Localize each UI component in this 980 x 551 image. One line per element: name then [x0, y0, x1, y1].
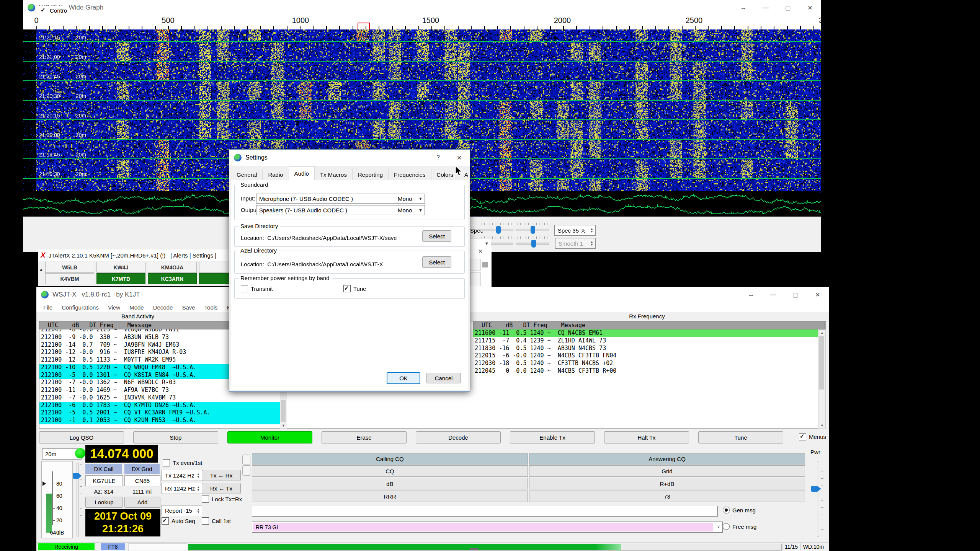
rx-frequency-scrollbar[interactable]: ▲ ▼: [818, 329, 826, 429]
spec-percent-spinner[interactable]: Spec 35 %▲▼: [554, 225, 596, 236]
close-icon[interactable]: ✕: [469, 248, 492, 255]
decode-button[interactable]: Decode: [416, 431, 501, 443]
menu-mode[interactable]: Mode: [125, 304, 149, 311]
msg-db-button[interactable]: dB: [252, 478, 528, 489]
decode-row[interactable]: 212100 -1 0.1 2053 ~ CQ K2UM FN53 ~U.S.A…: [39, 417, 280, 424]
msg-rrr-button[interactable]: RRR: [252, 491, 528, 502]
msg-rplusdb-button[interactable]: R+dB: [529, 478, 805, 489]
controls-checkbox-box[interactable]: [40, 7, 47, 14]
transmit-checkbox[interactable]: Transmit: [241, 285, 273, 292]
free-msg-combo[interactable]: RR 73 GL ∨: [252, 522, 723, 533]
tab-tx-macros[interactable]: Tx Macros: [314, 169, 353, 180]
free-msg-radio[interactable]: Free msg: [723, 523, 756, 530]
jtalert-callsign-w5lb[interactable]: W5LB: [45, 262, 94, 273]
menus-checkbox[interactable]: Menus: [799, 433, 826, 440]
menu-file[interactable]: File: [39, 304, 57, 311]
popup-button[interactable]: [470, 272, 481, 286]
help-icon[interactable]: ?: [428, 150, 449, 166]
close-icon[interactable]: ✕: [449, 150, 470, 166]
scroll-up-icon[interactable]: ▲: [819, 330, 825, 336]
frequency-display[interactable]: 14.074 000: [85, 445, 158, 463]
dx-call-field[interactable]: KG7ULE: [85, 475, 123, 486]
tab-frequencies[interactable]: Frequencies: [388, 169, 431, 180]
tab-reporting[interactable]: Reporting: [352, 169, 389, 180]
jtalert-callsign-km4oja[interactable]: KM4OJA: [148, 262, 197, 273]
scroll-down-icon[interactable]: ▼: [819, 422, 825, 428]
wide-graph-titlebar[interactable]: WSJT-X - Wide Graph ↔ — ▢ ✕: [23, 0, 821, 15]
input-channel-dropdown[interactable]: Mono▼: [395, 194, 425, 204]
menu-decode[interactable]: Decode: [149, 304, 178, 311]
bins-slider[interactable]: [480, 229, 513, 231]
tab-radio[interactable]: Radio: [262, 169, 289, 180]
decode-row[interactable]: 212100 -5 0.5 2001 ~ CQ VT KC3ARN FM19 ~…: [39, 409, 280, 417]
msg-cq-button[interactable]: CQ: [252, 465, 528, 477]
jtalert-titlebar[interactable]: X JTAlertX 2.10.1 K5KNM [~,20m,HRD6+,#1]…: [38, 249, 253, 261]
tab-general[interactable]: General: [231, 169, 263, 180]
lookup-button[interactable]: Lookup: [85, 497, 123, 508]
jtalert-callsign-kw4j[interactable]: KW4J: [96, 262, 145, 273]
popup-button[interactable]: [470, 259, 481, 271]
gain-slider-thumb[interactable]: [531, 226, 535, 234]
tab-audio[interactable]: Audio: [289, 166, 315, 180]
tx-from-rx-button[interactable]: Tx ← Rx: [202, 470, 241, 481]
halt-tx-button[interactable]: Halt Tx: [604, 431, 689, 443]
gain2-slider[interactable]: [516, 243, 549, 245]
close-icon[interactable]: ✕: [799, 0, 821, 15]
stop-button[interactable]: Stop: [133, 431, 218, 443]
tx-msg-tab-1[interactable]: [242, 455, 250, 465]
pwr-slider-thumb[interactable]: [811, 486, 821, 492]
maximize-icon[interactable]: ▢: [784, 287, 807, 302]
msg-grid-button[interactable]: Grid: [529, 465, 805, 477]
resize-icon[interactable]: ↔: [740, 287, 762, 302]
jtalert-menu[interactable]: | Alerts | Settings |: [170, 252, 216, 259]
decode-row[interactable]: 212030 -18 0.5 1240 ~ CF3TTB N4CBS +02: [473, 360, 818, 367]
tx-even-checkbox[interactable]: Tx even/1st: [163, 459, 203, 466]
dx-grid-field[interactable]: CN85: [124, 475, 160, 486]
call-1st-checkbox[interactable]: Call 1st: [202, 517, 231, 525]
output-channel-dropdown[interactable]: Mono▼: [395, 205, 425, 215]
scroll-down-icon[interactable]: ▼: [280, 422, 287, 428]
close-icon[interactable]: ✕: [807, 287, 829, 302]
tune-checkbox[interactable]: Tune: [343, 285, 366, 292]
settings-titlebar[interactable]: Settings ? ✕: [229, 150, 470, 166]
decode-row[interactable]: 212100 -6 0.0 1783 ~ CQ K7MTD DN26 ~U.S.…: [39, 402, 280, 409]
minimize-icon[interactable]: —: [762, 287, 784, 302]
menu-save[interactable]: Save: [177, 304, 199, 311]
decode-row[interactable]: 211830 -16 0.5 1240 ~ AB3UN N4CBS 73: [473, 345, 818, 352]
popup-swatch[interactable]: [482, 262, 488, 267]
decode-row[interactable]: 212045 0 -0.0 1240 ~ N4CBS CF3TTB R+00: [473, 367, 818, 375]
decode-row[interactable]: 211600 -11 0.5 1240 ~ CQ N4CBS EM61: [473, 329, 818, 337]
decode-row[interactable]: 212015 -6 -0.0 1240 ~ N4CBS CF3TTB FN04: [473, 352, 818, 360]
gain-slider[interactable]: [516, 229, 549, 231]
menu-view[interactable]: View: [103, 304, 125, 311]
report-spinner[interactable]: Report -15▲▼: [162, 505, 202, 516]
msg-73-button[interactable]: 73: [529, 491, 805, 502]
auto-seq-checkbox[interactable]: Auto Seq: [162, 517, 195, 525]
ok-button[interactable]: OK: [387, 372, 420, 384]
erase-button[interactable]: Erase: [322, 431, 407, 443]
gen-msg-input[interactable]: [252, 506, 718, 517]
gain2-slider-thumb[interactable]: [531, 240, 536, 248]
pwr-slider[interactable]: [817, 461, 819, 537]
add-button[interactable]: Add: [124, 497, 160, 508]
jtalert-callsign-kc3arn[interactable]: KC3ARN: [148, 273, 197, 284]
scrollbar-thumb[interactable]: [819, 336, 824, 390]
log-qso-button[interactable]: Log QSO: [39, 431, 124, 443]
jtalert-callsign-k7mtd[interactable]: K7MTD: [96, 273, 145, 284]
menu-configurations[interactable]: Configurations: [57, 304, 103, 311]
jtalert-callsign-k4vbm[interactable]: K4VBM: [45, 273, 94, 284]
controls-checkbox[interactable]: Contro: [38, 6, 69, 15]
smooth-spinner[interactable]: Smooth 1▲▼: [555, 238, 596, 249]
enable-tx-button[interactable]: Enable Tx: [510, 431, 595, 443]
audio-input-dropdown[interactable]: Microphone (7- USB Audio CODEC )▼: [256, 194, 402, 204]
audio-output-dropdown[interactable]: Speakers (7- USB Audio CODEC )▼: [256, 205, 402, 215]
rx-from-tx-button[interactable]: Rx ← Tx: [202, 483, 241, 494]
tune-button[interactable]: Tune: [698, 431, 783, 443]
lock-txrx-checkbox[interactable]: Lock Tx=Rx: [202, 496, 242, 503]
menu-tools[interactable]: Tools: [200, 304, 222, 311]
collapse-arrow-icon[interactable]: ▲: [39, 267, 43, 272]
tx-frequency-marker[interactable]: [358, 23, 370, 30]
tx-freq-spinner[interactable]: Tx 1242 Hz▲▼: [162, 470, 202, 481]
decode-row[interactable]: 212100 -7 -0.0 1625 ~ IN3VVK K4VBM 73: [39, 394, 280, 402]
maximize-icon[interactable]: ▢: [777, 0, 799, 15]
